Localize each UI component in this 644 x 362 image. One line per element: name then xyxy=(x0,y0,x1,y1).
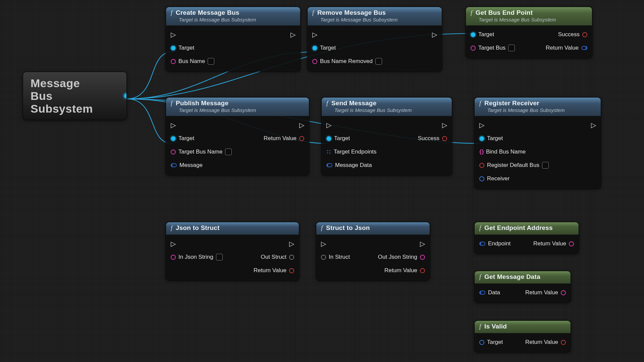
in-json-string-pin[interactable] xyxy=(171,255,176,260)
node-title: Publish Message xyxy=(176,100,228,107)
target-bus-name-textbox[interactable] xyxy=(225,148,232,155)
function-icon: f xyxy=(479,225,481,232)
pin-label: Target xyxy=(487,339,503,346)
node-header: fRegister Receiver Target is Message Bus… xyxy=(475,98,601,116)
pin-label: In Struct xyxy=(329,254,350,260)
pin-label: Return Value xyxy=(254,267,286,274)
function-icon: f xyxy=(479,274,481,281)
target-pin[interactable] xyxy=(326,136,331,141)
register-default-bus-checkbox[interactable] xyxy=(542,162,549,169)
node-create-message-bus[interactable]: fCreate Message Bus Target is Message Bu… xyxy=(166,7,301,71)
return-value-pin[interactable] xyxy=(299,136,304,141)
pin-label: Out Json String xyxy=(378,254,417,260)
node-register-receiver[interactable]: fRegister Receiver Target is Message Bus… xyxy=(474,97,601,189)
pin-label: Target xyxy=(178,45,194,51)
return-value-pin[interactable] xyxy=(420,268,425,273)
pin-label: Target xyxy=(334,135,350,142)
node-header: fJson to Struct xyxy=(166,222,299,235)
exec-out-pin[interactable]: ▷ xyxy=(432,31,437,38)
pin-label: Message xyxy=(179,162,203,169)
function-icon: f xyxy=(479,323,481,330)
in-json-string-textbox[interactable] xyxy=(216,254,223,260)
node-title: Get Message Data xyxy=(484,273,540,281)
register-default-bus-pin[interactable] xyxy=(479,163,484,168)
bus-name-removed-textbox[interactable] xyxy=(375,58,382,65)
node-json-to-struct[interactable]: fJson to Struct ▷ ▷ In Json String Out S… xyxy=(166,222,299,281)
exec-out-pin[interactable]: ▷ xyxy=(290,31,296,38)
endpoint-pin[interactable] xyxy=(479,242,485,246)
pin-label: In Json String xyxy=(178,254,213,260)
in-struct-pin[interactable] xyxy=(321,255,326,260)
target-bus-name-pin[interactable] xyxy=(171,149,176,155)
pin-label: Return Value xyxy=(546,45,579,51)
exec-in-pin[interactable]: ▷ xyxy=(171,31,176,38)
exec-in-pin[interactable]: ▷ xyxy=(326,122,331,128)
node-header: fIs Valid xyxy=(475,321,571,333)
message-data-pin[interactable] xyxy=(326,163,332,167)
out-json-string-pin[interactable] xyxy=(420,255,425,260)
return-value-pin[interactable] xyxy=(561,340,566,345)
bind-bus-name-pin[interactable]: { } xyxy=(479,148,483,155)
pin-label: Bus Name xyxy=(178,58,205,65)
source-node[interactable]: Message Bus Subsystem xyxy=(23,72,127,120)
pin-label: Return Value xyxy=(533,240,566,247)
exec-in-pin[interactable]: ▷ xyxy=(171,240,176,247)
node-get-endpoint-address[interactable]: fGet Endpoint Address Endpoint Return Va… xyxy=(474,222,579,254)
node-remove-message-bus[interactable]: fRemove Message Bus Target is Message Bu… xyxy=(307,7,442,71)
exec-out-pin[interactable]: ▷ xyxy=(591,122,596,128)
node-publish-message[interactable]: fPublish Message Target is Message Bus S… xyxy=(166,97,309,175)
pin-label: Target Bus xyxy=(478,45,505,51)
target-pin[interactable] xyxy=(312,46,317,51)
target-bus-pin[interactable] xyxy=(471,46,476,51)
pin-label: Receiver xyxy=(487,175,509,182)
node-header: fStruct to Json xyxy=(316,222,430,235)
source-output-pin[interactable] xyxy=(124,93,127,99)
node-title: Get Endpoint Address xyxy=(484,224,553,232)
exec-out-pin[interactable]: ▷ xyxy=(420,240,425,247)
exec-out-pin[interactable]: ▷ xyxy=(299,122,304,128)
exec-in-pin[interactable]: ▷ xyxy=(312,31,317,38)
node-is-valid[interactable]: fIs Valid Target Return Value xyxy=(474,320,571,352)
pin-label: Target xyxy=(320,45,336,51)
function-icon: f xyxy=(312,9,314,16)
target-pin[interactable] xyxy=(471,32,476,37)
node-get-bus-end-point[interactable]: fGet Bus End Point Target is Message Bus… xyxy=(466,7,592,58)
pin-label: Success xyxy=(558,31,580,38)
node-title: Is Valid xyxy=(484,323,507,330)
exec-in-pin[interactable]: ▷ xyxy=(321,240,326,247)
function-icon: f xyxy=(326,100,328,107)
pin-label: Bind Bus Name xyxy=(486,148,526,155)
return-value-pin[interactable] xyxy=(289,268,294,273)
exec-out-pin[interactable]: ▷ xyxy=(289,240,294,247)
node-struct-to-json[interactable]: fStruct to Json ▷ ▷ In Struct Out Json S… xyxy=(316,222,430,281)
return-value-pin[interactable] xyxy=(581,46,587,50)
target-pin[interactable] xyxy=(171,46,176,51)
receiver-pin[interactable] xyxy=(479,176,484,181)
target-pin[interactable] xyxy=(479,136,484,141)
target-pin[interactable] xyxy=(171,136,176,141)
bus-name-pin[interactable] xyxy=(171,59,176,64)
out-struct-pin[interactable] xyxy=(289,255,294,260)
data-pin[interactable] xyxy=(479,291,485,295)
bus-name-textbox[interactable] xyxy=(208,58,214,65)
node-get-message-data[interactable]: fGet Message Data Data Return Value xyxy=(474,271,571,303)
node-header: fSend Message Target is Message Bus Subs… xyxy=(322,98,452,116)
return-value-pin[interactable] xyxy=(561,290,566,295)
exec-out-pin[interactable]: ▷ xyxy=(442,122,447,128)
message-pin[interactable] xyxy=(171,163,177,167)
node-send-message[interactable]: fSend Message Target is Message Bus Subs… xyxy=(321,97,452,175)
return-value-pin[interactable] xyxy=(569,241,574,246)
exec-in-pin[interactable]: ▷ xyxy=(479,122,484,128)
node-title: Json to Struct xyxy=(176,224,220,232)
pin-label: Target xyxy=(478,31,494,38)
target-endpoints-pin[interactable] xyxy=(326,149,331,154)
target-pin[interactable] xyxy=(479,340,484,345)
bus-name-removed-pin[interactable] xyxy=(312,59,317,64)
success-pin[interactable] xyxy=(582,32,587,37)
node-subtitle: Target is Message Bus Subsystem xyxy=(179,107,304,113)
node-header: fGet Message Data xyxy=(475,271,571,284)
exec-in-pin[interactable]: ▷ xyxy=(171,122,176,128)
pin-label: Message Data xyxy=(335,162,372,169)
target-bus-textbox[interactable] xyxy=(508,45,515,51)
success-pin[interactable] xyxy=(442,136,447,141)
